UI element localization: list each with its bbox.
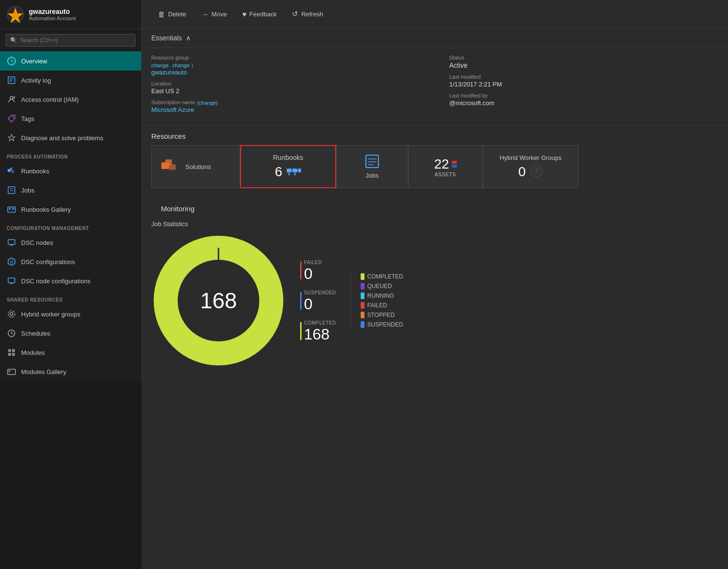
job-stats-body: 168 FAILED 0 SUSPENDED 0 COMPLETED 168 bbox=[151, 233, 718, 368]
stat-completed-value: 168 bbox=[304, 327, 336, 342]
dsc-node-configurations-icon bbox=[7, 276, 16, 286]
legend-label-failed: FAILED bbox=[367, 302, 387, 309]
sidebar-item-runbooks-gallery[interactable]: Runbooks Gallery bbox=[0, 200, 141, 219]
sidebar-label-hybrid-worker-groups: Hybrid worker groups bbox=[21, 311, 81, 318]
last-modified-label: Last modified bbox=[449, 74, 719, 80]
resources-title: Resources bbox=[142, 125, 728, 145]
essentials-title: Essentials bbox=[151, 34, 182, 42]
resources-section: Resources Solutions Runbooks 6 bbox=[142, 125, 728, 198]
sidebar: gwazureauto Automation Account 🔍 Overvie… bbox=[0, 0, 142, 569]
legend-running: RUNNING bbox=[361, 292, 403, 299]
location-row: Location East US 2 bbox=[151, 81, 421, 95]
resource-group-change[interactable]: change bbox=[151, 62, 169, 68]
svg-point-28 bbox=[10, 313, 13, 315]
sidebar-label-overview: Overview bbox=[21, 58, 47, 65]
subscription-value[interactable]: Microsoft Azure bbox=[151, 106, 421, 113]
sidebar-label-dsc-node-configurations: DSC node configurations bbox=[21, 278, 91, 285]
svg-rect-16 bbox=[8, 187, 15, 194]
subscription-row: Subscription name (change) Microsoft Azu… bbox=[151, 99, 421, 113]
app-logo bbox=[7, 6, 24, 23]
legend-stopped: STOPPED bbox=[361, 312, 403, 318]
last-modified-row: Last modified 1/13/2017 2:21 PM bbox=[449, 74, 719, 88]
last-modified-by-value: @microsoft.com bbox=[449, 99, 719, 107]
svg-line-31 bbox=[12, 333, 13, 334]
move-button[interactable]: → Move bbox=[195, 7, 234, 21]
section-config-management: CONFIGURATION MANAGEMENT bbox=[0, 219, 141, 233]
feedback-button[interactable]: ♥ Feedback bbox=[235, 7, 283, 21]
svg-point-11 bbox=[12, 117, 14, 118]
resource-card-solutions[interactable]: Solutions bbox=[151, 145, 240, 188]
modules-gallery-icon bbox=[7, 367, 16, 376]
sidebar-item-overview[interactable]: Overview bbox=[0, 51, 141, 71]
hybrid-card-label: Hybrid Worker Groups bbox=[499, 154, 561, 161]
sidebar-label-runbooks-gallery: Runbooks Gallery bbox=[21, 206, 71, 213]
svg-rect-22 bbox=[8, 240, 15, 244]
sidebar-item-dsc-configurations[interactable]: DSC configurations bbox=[0, 252, 141, 271]
toolbar: 🗑 Delete → Move ♥ Feedback ↺ Refresh bbox=[142, 0, 728, 28]
svg-rect-43 bbox=[298, 169, 301, 172]
resource-card-runbooks[interactable]: Runbooks 6 bbox=[240, 145, 336, 188]
sidebar-label-runbooks: Runbooks bbox=[21, 168, 49, 175]
legend-queued: QUEUED bbox=[361, 283, 403, 290]
svg-point-46 bbox=[288, 173, 290, 175]
stat-failed-value: 0 bbox=[304, 266, 336, 281]
sidebar-item-hybrid-worker-groups[interactable]: Hybrid worker groups bbox=[0, 304, 141, 324]
resource-card-assets[interactable]: 22 ASSETS bbox=[408, 145, 483, 188]
stats-column: FAILED 0 SUSPENDED 0 COMPLETED 168 bbox=[300, 260, 336, 342]
sidebar-label-tags: Tags bbox=[21, 115, 34, 122]
status-label: Status bbox=[449, 55, 719, 61]
sidebar-item-tags[interactable]: Tags bbox=[0, 109, 141, 128]
sidebar-item-activity-log[interactable]: Activity log bbox=[0, 71, 141, 90]
legend-dot-failed bbox=[361, 302, 364, 309]
monitoring-section: Monitoring Job Statistics 168 FAILED 0 bbox=[142, 198, 728, 377]
sidebar-item-dsc-node-configurations[interactable]: DSC node configurations bbox=[0, 271, 141, 291]
resource-group-change-link[interactable]: change bbox=[172, 62, 190, 68]
sidebar-item-modules[interactable]: Modules bbox=[0, 343, 141, 362]
sidebar-label-modules-gallery: Modules Gallery bbox=[21, 368, 66, 375]
subscription-change-link[interactable]: (change) bbox=[197, 100, 218, 106]
search-box[interactable]: 🔍 bbox=[6, 34, 135, 47]
stat-suspended: SUSPENDED 0 bbox=[300, 290, 336, 312]
resource-card-hybrid[interactable]: Hybrid Worker Groups 0 bbox=[483, 145, 579, 188]
svg-point-47 bbox=[294, 173, 296, 175]
sidebar-header: gwazureauto Automation Account bbox=[0, 0, 141, 29]
sidebar-item-modules-gallery[interactable]: Modules Gallery bbox=[0, 362, 141, 381]
delete-label: Delete bbox=[168, 11, 186, 18]
jobs-icon bbox=[7, 185, 16, 195]
resources-grid: Solutions Runbooks 6 bbox=[142, 145, 728, 198]
svg-rect-50 bbox=[366, 155, 378, 168]
search-input[interactable] bbox=[20, 37, 131, 44]
sidebar-label-diagnose: Diagnose and solve problems bbox=[21, 134, 103, 142]
last-modified-by-label: Last modified by bbox=[449, 93, 719, 98]
solutions-icon bbox=[160, 157, 180, 177]
legend-label-completed: COMPLETED bbox=[367, 273, 403, 280]
sidebar-label-activity-log: Activity log bbox=[21, 77, 51, 84]
sidebar-item-jobs[interactable]: Jobs bbox=[0, 181, 141, 200]
move-icon: → bbox=[202, 10, 209, 18]
essentials-header: Essentials ∧ bbox=[142, 28, 728, 48]
status-row: Status Active bbox=[449, 55, 719, 69]
resource-group-value[interactable]: gwazureauto bbox=[151, 69, 421, 76]
sidebar-item-schedules[interactable]: Schedules bbox=[0, 324, 141, 343]
legend-label-suspended: SUSPENDED bbox=[367, 321, 403, 328]
resource-card-jobs[interactable]: Jobs bbox=[336, 145, 408, 188]
svg-rect-33 bbox=[12, 349, 15, 352]
stat-completed-label: COMPLETED bbox=[304, 320, 336, 326]
stat-failed: FAILED 0 bbox=[300, 260, 336, 281]
delete-button[interactable]: 🗑 Delete bbox=[151, 7, 193, 21]
refresh-button[interactable]: ↺ Refresh bbox=[285, 7, 330, 21]
app-name: gwazureauto bbox=[29, 8, 76, 15]
svg-point-8 bbox=[10, 97, 13, 99]
essentials-collapse-icon[interactable]: ∧ bbox=[186, 34, 191, 42]
legend-column: COMPLETED QUEUED RUNNING FAILED STOPPED bbox=[351, 273, 403, 328]
sidebar-item-runbooks[interactable]: Runbooks bbox=[0, 161, 141, 181]
stat-suspended-label: SUSPENDED bbox=[304, 290, 336, 295]
sidebar-item-diagnose[interactable]: Diagnose and solve problems bbox=[0, 128, 141, 147]
svg-rect-13 bbox=[10, 168, 12, 170]
dsc-configurations-icon bbox=[7, 257, 16, 266]
sidebar-item-dsc-nodes[interactable]: DSC nodes bbox=[0, 233, 141, 252]
stat-suspended-value: 0 bbox=[304, 296, 336, 312]
diagnose-icon bbox=[7, 133, 16, 143]
hybrid-count: 0 bbox=[518, 164, 526, 180]
sidebar-item-access-control[interactable]: Access control (IAM) bbox=[0, 90, 141, 109]
